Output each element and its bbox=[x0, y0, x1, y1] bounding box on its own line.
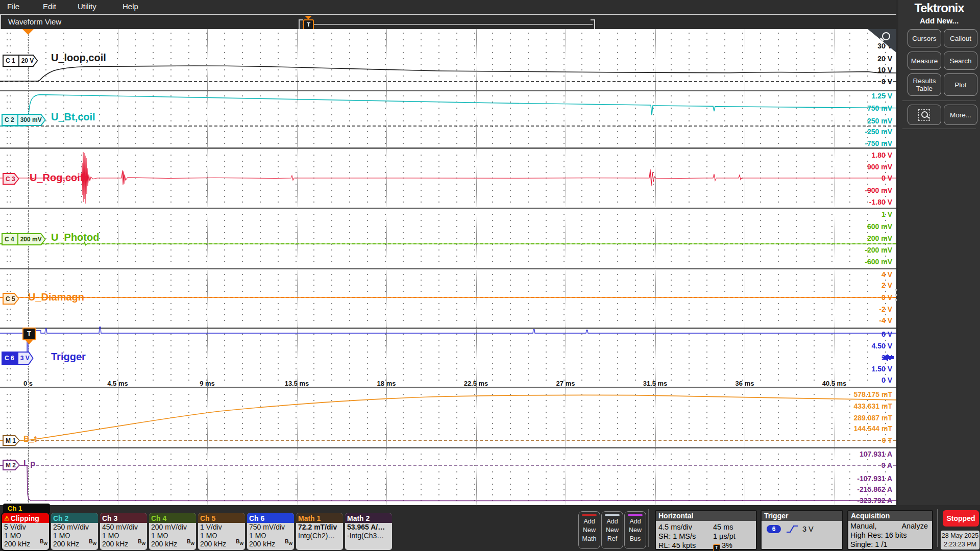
channel-badge-ch4[interactable]: C 4200 mV bbox=[2, 233, 46, 245]
badge-row: 5 V/div bbox=[2, 523, 49, 532]
horizontal-panel[interactable]: Horizontal 4.5 ms/div 45 ms SR: 1 MS/s 1… bbox=[655, 510, 757, 550]
badge-inner: C 120 V bbox=[4, 56, 37, 66]
badge-inner: C 63 V bbox=[3, 353, 33, 364]
channel-settings-badge-clipping[interactable]: ⚠Clipping5 V/div1 MΩ200 kHzBW bbox=[2, 513, 49, 550]
results-table-button[interactable]: Results Table bbox=[908, 73, 941, 96]
record-length: RL: 45 kpts bbox=[658, 541, 696, 549]
waveform-view-titlebar[interactable]: Waveform View T bbox=[0, 15, 897, 29]
search-button[interactable]: Search bbox=[944, 52, 977, 70]
badge-header-label: Math 1 bbox=[298, 514, 321, 522]
badge-row: 250 mV/div bbox=[51, 523, 98, 532]
badge-segment: M 2 bbox=[4, 461, 19, 469]
bar-divider bbox=[937, 509, 938, 547]
channel-name-math1: B_t bbox=[23, 435, 37, 444]
add-button-label: New bbox=[579, 527, 600, 534]
badge-segment: C 2 bbox=[3, 115, 17, 125]
badge-header-label: Clipping bbox=[11, 514, 39, 522]
right-panel: Tektronix Add New... More... CursorsCall… bbox=[898, 0, 980, 505]
callout-button[interactable]: Callout bbox=[944, 29, 977, 47]
trace-ch6 bbox=[0, 327, 896, 352]
add-new-header: Add New... bbox=[898, 16, 980, 25]
badge-header: Ch 3 bbox=[100, 513, 147, 523]
badge-header-label: Ch 4 bbox=[151, 514, 166, 522]
channel-badge-ch1[interactable]: C 120 V bbox=[3, 55, 38, 67]
trigger-panel[interactable]: Trigger 6 3 V bbox=[761, 510, 843, 550]
channel-badge-ch6[interactable]: C 63 V bbox=[2, 352, 34, 365]
add-button-label: Ref bbox=[602, 535, 623, 542]
panel-drag-handle[interactable] bbox=[895, 286, 897, 304]
menu-bar: FileEditUtilityHelp bbox=[0, 0, 896, 14]
acquisition-panel[interactable]: Acquisition Manual, Analyze High Res: 16… bbox=[847, 510, 933, 550]
zoom-corner-icon[interactable] bbox=[868, 29, 896, 53]
channel-badge-ch2[interactable]: C 2300 mV bbox=[2, 114, 46, 126]
badge-header: Ch 2 bbox=[51, 513, 98, 523]
menu-item-help[interactable]: Help bbox=[122, 2, 138, 11]
cursors-button[interactable]: Cursors bbox=[908, 29, 941, 47]
menu-item-edit[interactable]: Edit bbox=[43, 2, 56, 11]
badge-segment: 3 V bbox=[17, 353, 33, 364]
bandwidth-limit-icon: BW bbox=[236, 539, 243, 546]
add-button-label: Add bbox=[625, 518, 646, 525]
add-button-label: Math bbox=[579, 535, 600, 542]
trigger-panel-title: Trigger bbox=[762, 511, 842, 521]
add-new-bus-button[interactable]: AddNewBus bbox=[624, 511, 646, 549]
channel-settings-badge-ch4[interactable]: Ch 4200 mV/div1 MΩ200 kHzBW bbox=[149, 513, 196, 550]
channel-name-ch6: Trigger bbox=[51, 351, 86, 363]
add-new-math-button[interactable]: AddNewMath bbox=[578, 511, 600, 549]
channel-name-ch5: U_Diamagn bbox=[28, 291, 84, 303]
badge-row: 72.2 mT/div bbox=[296, 523, 343, 532]
more-button[interactable]: More... bbox=[944, 105, 977, 125]
add-new-ref-button[interactable]: AddNewRef bbox=[601, 511, 623, 549]
date-text: 28 May 2025 bbox=[941, 532, 979, 540]
badge-inner: C 5 bbox=[4, 294, 18, 304]
plot-button[interactable]: Plot bbox=[944, 73, 977, 96]
trigger-source-flag-icon[interactable]: T bbox=[22, 328, 36, 340]
add-button-label: New bbox=[602, 527, 623, 534]
channel-settings-badge-math1[interactable]: Math 172.2 mT/divIntg(Ch2)… bbox=[296, 513, 343, 550]
zoom-select-button[interactable] bbox=[908, 105, 941, 125]
channel-settings-badge-ch2[interactable]: Ch 2250 mV/div1 MΩ200 kHzBW bbox=[51, 513, 98, 550]
bandwidth-limit-icon: BW bbox=[89, 539, 96, 546]
expansion-point-icon[interactable] bbox=[22, 29, 34, 35]
acquisition-single: Single: 1 /1 bbox=[850, 540, 888, 548]
badge-row: Intg(Ch2)… bbox=[296, 532, 343, 540]
trigger-level-arrow-icon[interactable] bbox=[881, 354, 895, 361]
trigger-position-percent: T3% bbox=[713, 541, 732, 551]
badge-row: 53.965 A/… bbox=[345, 523, 392, 532]
sidebar-divider bbox=[902, 129, 976, 129]
badge-segment: 200 mV bbox=[17, 234, 45, 244]
add-button-label: Bus bbox=[625, 535, 646, 542]
channel-settings-badge-math2[interactable]: Math 253.965 A/…-Intg(Ch3… bbox=[345, 513, 392, 550]
trigger-position-pin-icon[interactable]: T bbox=[303, 19, 314, 30]
add-button-stripe bbox=[582, 514, 597, 516]
badge-row: 1 V/div bbox=[198, 523, 245, 532]
badge-header-label: Ch 2 bbox=[53, 514, 68, 522]
measure-button[interactable]: Measure bbox=[908, 52, 941, 70]
channel-settings-badge-ch6[interactable]: Ch 6750 mV/div1 MΩ200 kHzBW bbox=[247, 513, 294, 550]
badge-segment: C 6 bbox=[3, 353, 17, 364]
trace-ch3 bbox=[0, 152, 896, 204]
channel-settings-badge-ch3[interactable]: Ch 3450 mV/div1 MΩ200 kHzBW bbox=[100, 513, 147, 550]
badge-header: Ch 4 bbox=[149, 513, 196, 523]
add-button-label: Add bbox=[602, 518, 623, 525]
channel-name-ch2: U_Bt,coil bbox=[51, 111, 95, 123]
bandwidth-limit-icon: BW bbox=[40, 539, 47, 546]
channel-settings-badge-ch5[interactable]: Ch 51 V/div1 MΩ200 kHzBW bbox=[198, 513, 245, 550]
acquisition-panel-title: Acquisition bbox=[848, 511, 932, 521]
add-button-stripe bbox=[605, 514, 620, 516]
bandwidth-limit-icon: BW bbox=[285, 539, 292, 546]
badge-row: 200 mV/div bbox=[149, 523, 196, 532]
menu-item-utility[interactable]: Utility bbox=[78, 2, 96, 11]
trigger-level: 3 V bbox=[802, 525, 814, 533]
waveform-graticule[interactable]: T 30 V20 V10 V0 VU_loop,coilC 120 V1.25 … bbox=[0, 29, 896, 505]
badge-header-label: Math 2 bbox=[347, 514, 370, 522]
trace-ch4 bbox=[0, 242, 896, 245]
run-stop-status[interactable]: Stopped bbox=[943, 510, 979, 527]
waveform-traces bbox=[0, 29, 896, 505]
bandwidth-limit-icon: BW bbox=[187, 539, 194, 546]
selected-channel-tab[interactable]: Ch 1 bbox=[3, 504, 50, 513]
acquisition-overview-line bbox=[303, 24, 593, 25]
warning-icon: ⚠ bbox=[4, 515, 10, 522]
badge-row: -Intg(Ch3… bbox=[345, 532, 392, 540]
menu-item-file[interactable]: File bbox=[7, 2, 19, 11]
